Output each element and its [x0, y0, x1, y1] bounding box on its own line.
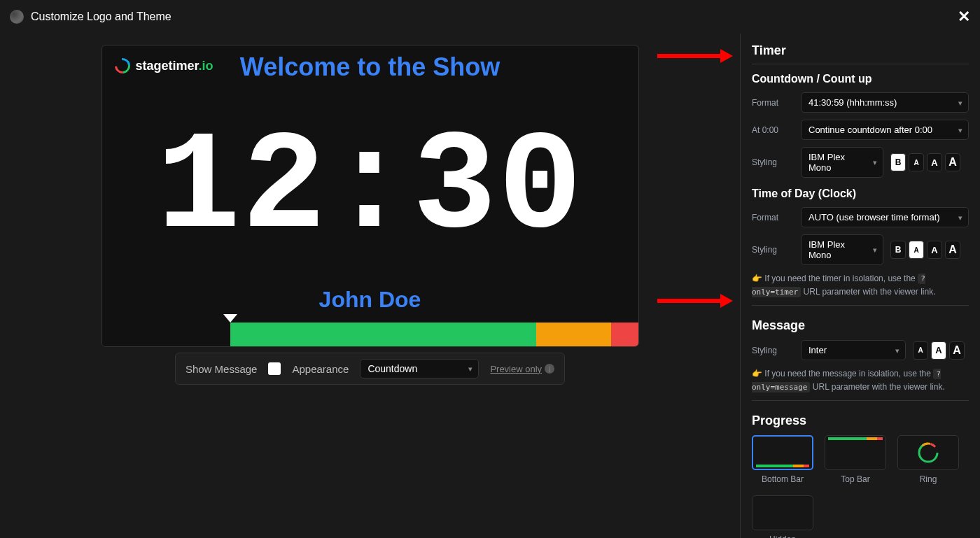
chevron-down-icon: ▾: [873, 158, 877, 167]
appearance-label: Appearance: [292, 363, 349, 375]
message-section-heading: Message: [752, 318, 969, 333]
progress-hidden-label: Hidden: [769, 535, 796, 538]
size-medium-button[interactable]: A: [927, 241, 942, 259]
bold-toggle-button[interactable]: B: [890, 153, 906, 171]
size-small-button[interactable]: A: [909, 241, 924, 259]
message-hint: 👉 If you need the message in isolation, …: [752, 367, 969, 393]
size-medium-button[interactable]: A: [931, 341, 946, 360]
at-zero-label: At 0:00: [752, 125, 794, 135]
tod-heading: Time of Day (Clock): [752, 187, 969, 200]
close-button[interactable]: ✕: [958, 9, 970, 24]
preview-title-text: Welcome to the Show: [102, 52, 638, 82]
styling-label: Styling: [752, 157, 794, 167]
message-font-select[interactable]: Inter ▾: [801, 340, 906, 360]
progress-ring-label: Ring: [920, 474, 937, 484]
progress-ring-option[interactable]: [897, 435, 959, 470]
styling-label: Styling: [752, 346, 794, 355]
info-icon: i: [545, 364, 554, 374]
size-large-button[interactable]: A: [945, 153, 960, 171]
annotation-arrow-timer: [657, 49, 733, 63]
preview-pane: stagetimer.io Welcome to the Show 12:30 …: [0, 34, 740, 538]
bold-toggle-button[interactable]: B: [890, 241, 906, 259]
preview-controls: Show Message Appearance Countdown ▾ Prev…: [175, 353, 565, 385]
countdown-format-select[interactable]: 41:30:59 (hhh:mm:ss) ▾: [801, 92, 969, 113]
show-message-checkbox[interactable]: [268, 362, 281, 375]
page-title: Customize Logo and Theme: [31, 10, 172, 23]
at-zero-select[interactable]: Continue countdown after 0:00 ▾: [801, 120, 969, 140]
preview-progress-bar: [102, 323, 638, 346]
tod-size-buttons: B A A A: [890, 241, 960, 259]
progress-marker-icon: [223, 314, 237, 323]
progress-top-bar-option[interactable]: [825, 435, 886, 470]
app-header: Customize Logo and Theme ✕: [0, 0, 980, 34]
svg-point-2: [917, 441, 939, 464]
annotation-arrow-message: [657, 294, 733, 308]
ring-icon: [916, 441, 940, 465]
chevron-down-icon: ▾: [958, 213, 962, 222]
format-label: Format: [752, 213, 794, 222]
chevron-down-icon: ▾: [895, 346, 899, 355]
settings-sidebar: Timer Countdown / Count up Format 41:30:…: [740, 34, 980, 538]
preview-only-link[interactable]: Preview only i: [490, 364, 554, 374]
format-label: Format: [752, 98, 794, 108]
tod-format-select[interactable]: AUTO (use browser time format) ▾: [801, 207, 969, 227]
countdown-size-buttons: B A A A: [890, 153, 960, 171]
tod-font-select[interactable]: IBM Plex Mono ▾: [801, 234, 883, 265]
appearance-value: Countdown: [368, 363, 417, 374]
message-size-buttons: A A A: [913, 341, 965, 360]
preview-speaker-name: John Doe: [102, 287, 638, 313]
show-message-label: Show Message: [186, 363, 258, 375]
progress-top-label: Top Bar: [841, 474, 869, 484]
chevron-down-icon: ▾: [468, 364, 472, 374]
progress-section-heading: Progress: [752, 413, 969, 428]
palette-icon: [10, 10, 24, 24]
size-small-button[interactable]: A: [909, 153, 924, 171]
appearance-select[interactable]: Countdown ▾: [360, 359, 479, 378]
countdown-font-select[interactable]: IBM Plex Mono ▾: [801, 147, 883, 178]
size-large-button[interactable]: A: [949, 341, 965, 360]
preview-timer-value: 12:30: [102, 119, 638, 259]
progress-hidden-option[interactable]: [752, 495, 813, 530]
chevron-down-icon: ▾: [958, 125, 962, 134]
timer-section-heading: Timer: [752, 43, 969, 58]
progress-bottom-label: Bottom Bar: [762, 474, 804, 484]
chevron-down-icon: ▾: [958, 98, 962, 107]
timer-preview: stagetimer.io Welcome to the Show 12:30 …: [102, 45, 639, 347]
size-large-button[interactable]: A: [945, 241, 960, 259]
progress-bottom-bar-option[interactable]: [752, 435, 813, 470]
styling-label: Styling: [752, 245, 794, 255]
size-small-button[interactable]: A: [913, 341, 928, 360]
timer-hint: 👉 If you need the timer in isolation, us…: [752, 272, 969, 298]
size-medium-button[interactable]: A: [927, 153, 942, 171]
countdown-heading: Countdown / Count up: [752, 73, 969, 85]
chevron-down-icon: ▾: [873, 246, 877, 255]
